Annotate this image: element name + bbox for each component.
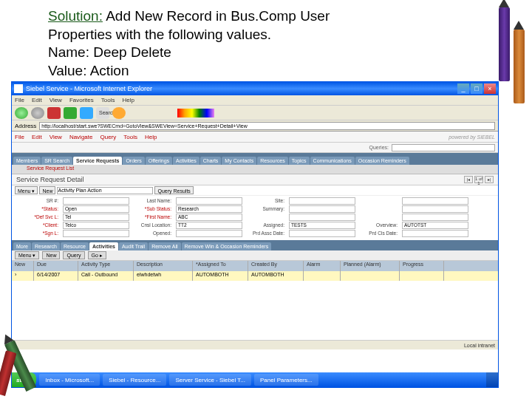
menu-edit[interactable]: Edit (32, 97, 42, 103)
list-go-button[interactable]: Go ▸ (88, 251, 106, 259)
field-value[interactable] (402, 197, 468, 205)
cell-type[interactable]: Call - Outbound (78, 271, 134, 281)
window-titlebar[interactable]: Siebel Service - Microsoft Internet Expl… (12, 82, 498, 95)
mail-button[interactable] (145, 107, 158, 119)
taskbar-item[interactable]: Panel Parameters... (254, 374, 318, 386)
tab-communications[interactable]: Communications (310, 157, 355, 165)
col-created-by[interactable]: Created By (248, 261, 304, 271)
tab-members[interactable]: Members (13, 157, 41, 165)
tab-my-contacts[interactable]: My Contacts (222, 157, 256, 165)
field-value[interactable]: TT2 (176, 222, 242, 229)
stop-button[interactable] (47, 107, 61, 119)
cell-alarm[interactable] (304, 271, 341, 281)
siebel-menu-file[interactable]: File (15, 134, 24, 140)
menu-tools[interactable]: Tools (101, 97, 115, 103)
field-value[interactable] (289, 205, 355, 213)
field-value[interactable] (402, 230, 468, 237)
favorites-button[interactable] (112, 107, 126, 119)
siebel-menu-edit[interactable]: Edit (32, 134, 42, 140)
field-value[interactable]: ABC (176, 214, 242, 221)
system-tray[interactable] (486, 372, 498, 387)
subtab-research[interactable]: Research (32, 242, 60, 250)
query-results-dropdown[interactable]: Query Results (154, 186, 193, 194)
menu-help[interactable]: Help (122, 97, 134, 103)
col-activity-type[interactable]: Activity Type (78, 261, 134, 271)
home-button[interactable] (80, 107, 93, 119)
field-value[interactable]: Tel (63, 214, 129, 221)
cell-created[interactable]: AUTOMBOTH (248, 271, 304, 281)
list-query-button[interactable]: Query (63, 251, 84, 259)
new-button[interactable]: New (39, 186, 55, 194)
tab-service-requests[interactable]: Service Requests (73, 157, 122, 165)
form-main-input[interactable] (57, 187, 153, 194)
subtab-remove-win[interactable]: Remove Win & Occasion Reminders (182, 242, 272, 250)
siebel-menu-query[interactable]: Query (100, 134, 116, 140)
field-value[interactable] (289, 230, 355, 237)
field-value[interactable]: TESTS (289, 222, 355, 229)
search-button[interactable]: Search (96, 107, 109, 119)
maximize-button[interactable]: □ (471, 83, 482, 94)
subtab-resource[interactable]: Resource (61, 242, 89, 250)
tab-topics[interactable]: Topics (289, 157, 310, 165)
history-button[interactable] (129, 107, 142, 119)
record-nav-last[interactable]: ▸| (485, 176, 494, 183)
record-nav-first[interactable]: |◂ (464, 176, 473, 183)
field-value[interactable] (289, 214, 355, 221)
col-assigned-to[interactable]: *Assigned To (193, 261, 248, 271)
list-new-button[interactable]: New (42, 251, 60, 259)
menu-favorites[interactable]: Favorites (69, 97, 94, 103)
taskbar-item[interactable]: Inbox - Microsoft... (39, 374, 100, 386)
siebel-menu-help[interactable]: Help (145, 134, 157, 140)
address-input[interactable] (39, 122, 495, 130)
subtab-activities[interactable]: Activities (89, 242, 118, 250)
field-value[interactable]: Telco (63, 222, 129, 229)
print-button[interactable] (161, 107, 174, 119)
siebel-menu-tools[interactable]: Tools (123, 134, 137, 140)
field-value[interactable] (402, 214, 468, 221)
tab-occasion-reminders[interactable]: Occasion Reminders (355, 157, 409, 165)
table-row[interactable]: › 6/14/2007 Call - Outbound elwhdetwh AU… (12, 271, 498, 281)
col-progress[interactable]: Progress (400, 261, 444, 271)
tab-activities[interactable]: Activities (173, 157, 200, 165)
field-value[interactable] (176, 197, 242, 205)
cell-planned[interactable] (341, 271, 400, 281)
queries-input[interactable] (392, 144, 495, 151)
subtab-more[interactable]: More (13, 242, 31, 250)
tab-sr-search[interactable]: SR Search (41, 157, 72, 165)
subtab-remove-all[interactable]: Remove All (149, 242, 180, 250)
cell-assigned[interactable]: AUTOMBOTH (193, 271, 248, 281)
tab-offerings[interactable]: Offerings (146, 157, 172, 165)
tab-resources[interactable]: Resources (257, 157, 287, 165)
tab-orders[interactable]: Orders (123, 157, 144, 165)
cell-progress[interactable] (400, 271, 444, 281)
menu-file[interactable]: File (15, 97, 24, 103)
taskbar-item[interactable]: Server Service - Siebel T... (169, 374, 251, 386)
taskbar-item[interactable]: Siebel - Resource... (103, 374, 166, 386)
refresh-button[interactable] (64, 107, 77, 119)
cell-desc[interactable]: elwhdetwh (134, 271, 193, 281)
siebel-menu-navigate[interactable]: Navigate (69, 134, 93, 140)
field-value[interactable] (289, 197, 355, 205)
menu-view[interactable]: View (50, 97, 62, 103)
forward-button[interactable] (31, 107, 44, 119)
list-menu-dropdown[interactable]: Menu ▾ (15, 251, 39, 259)
col-planned[interactable]: Planned (Alarm) (341, 261, 400, 271)
field-value[interactable] (63, 197, 129, 205)
siebel-menu-view[interactable]: View (50, 134, 62, 140)
tab-charts[interactable]: Charts (200, 157, 222, 165)
field-value[interactable]: Open (63, 205, 129, 213)
col-new[interactable]: New (12, 261, 34, 271)
field-value[interactable] (176, 230, 242, 237)
subtab-audit-trail[interactable]: Audit Trail (119, 242, 148, 250)
cell-due[interactable]: 6/14/2007 (34, 271, 78, 281)
field-value[interactable]: AUTOTST (402, 222, 468, 229)
back-button[interactable] (15, 107, 28, 119)
col-due[interactable]: Due (34, 261, 78, 271)
menu-dropdown[interactable]: Menu ▾ (15, 186, 38, 194)
field-value[interactable] (402, 205, 468, 213)
col-alarm[interactable]: Alarm (304, 261, 341, 271)
col-description[interactable]: Description (134, 261, 193, 271)
minimize-button[interactable]: _ (457, 83, 469, 94)
field-value[interactable] (63, 230, 129, 237)
field-value[interactable]: Research (176, 205, 242, 213)
